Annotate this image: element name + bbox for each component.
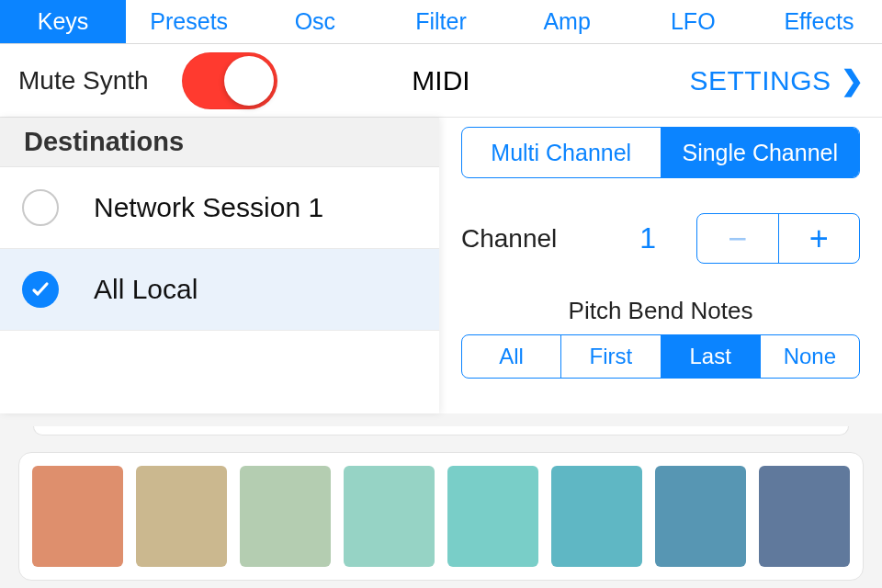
midi-settings-panel: Multi Channel Single Channel Channel 1 −…	[439, 118, 882, 413]
settings-link[interactable]: SETTINGS ❯	[689, 64, 864, 96]
top-tabbar: Keys Presets Osc Filter Amp LFO Effects	[0, 0, 882, 44]
card-bottom-edge	[33, 426, 849, 435]
segment-pitch-all[interactable]: All	[462, 335, 560, 378]
tab-filter[interactable]: Filter	[378, 0, 503, 43]
destinations-header: Destinations	[0, 118, 439, 167]
segment-pitch-last[interactable]: Last	[661, 335, 760, 378]
minus-icon: −	[728, 220, 747, 258]
chevron-right-icon: ❯	[841, 64, 865, 96]
tab-osc[interactable]: Osc	[252, 0, 378, 43]
radio-checked-icon	[22, 271, 59, 308]
color-swatch-3[interactable]	[240, 466, 331, 567]
channel-row: Channel 1 − +	[461, 213, 860, 264]
palette-card	[18, 452, 864, 581]
tab-amp[interactable]: Amp	[504, 0, 630, 43]
mute-synth-label: Mute Synth	[18, 66, 149, 96]
segment-multi-channel[interactable]: Multi Channel	[462, 128, 661, 177]
destinations-panel: Destinations Network Session 1 All Local	[0, 118, 439, 413]
color-swatch-5[interactable]	[447, 466, 538, 567]
channel-stepper: − +	[696, 213, 860, 264]
destination-label: All Local	[94, 274, 198, 305]
destination-row-all-local[interactable]: All Local	[0, 249, 439, 331]
color-swatch-1[interactable]	[32, 466, 123, 567]
color-swatch-2[interactable]	[136, 466, 227, 567]
channel-mode-segmented: Multi Channel Single Channel	[461, 127, 860, 178]
bottom-area	[0, 413, 882, 588]
pitch-bend-title: Pitch Bend Notes	[461, 297, 860, 325]
color-swatch-7[interactable]	[655, 466, 746, 567]
settings-label: SETTINGS	[689, 65, 831, 96]
tab-presets[interactable]: Presets	[126, 0, 252, 43]
radio-unchecked-icon	[22, 189, 59, 226]
destination-label: Network Session 1	[94, 192, 323, 223]
segment-single-channel[interactable]: Single Channel	[661, 128, 860, 177]
color-swatch-8[interactable]	[759, 466, 850, 567]
tab-keys[interactable]: Keys	[0, 0, 126, 43]
toggle-knob	[224, 56, 274, 106]
color-swatch-4[interactable]	[344, 466, 435, 567]
tab-lfo[interactable]: LFO	[630, 0, 756, 43]
main-area: Destinations Network Session 1 All Local…	[0, 118, 882, 413]
plus-icon: +	[809, 220, 829, 258]
color-swatch-6[interactable]	[551, 466, 642, 567]
segment-pitch-none[interactable]: None	[760, 335, 859, 378]
destination-row-network-session-1[interactable]: Network Session 1	[0, 167, 439, 249]
destinations-empty-area	[0, 331, 439, 413]
midi-title: MIDI	[412, 65, 469, 96]
mute-synth-toggle[interactable]	[182, 52, 277, 109]
tab-effects[interactable]: Effects	[756, 0, 882, 43]
midi-subbar: Mute Synth MIDI SETTINGS ❯	[0, 44, 882, 118]
channel-plus-button[interactable]: +	[778, 214, 860, 263]
segment-pitch-first[interactable]: First	[560, 335, 660, 378]
pitch-bend-segmented: All First Last None	[461, 334, 860, 379]
channel-value: 1	[639, 221, 656, 255]
channel-minus-button[interactable]: −	[697, 214, 778, 263]
channel-label: Channel	[461, 224, 557, 254]
